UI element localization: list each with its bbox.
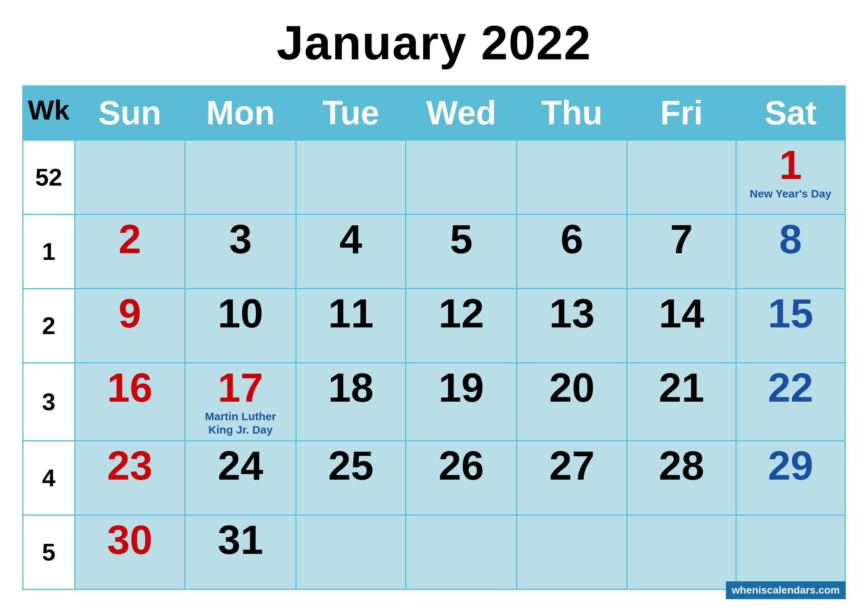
week-number: 4 [23, 441, 75, 515]
day-number: 1 [742, 144, 839, 185]
day-number: 30 [81, 519, 179, 560]
header-wed: Wed [406, 86, 516, 140]
day-cell [406, 515, 516, 589]
day-cell [296, 140, 406, 215]
day-number: 24 [191, 445, 290, 486]
day-cell: 9 [74, 289, 185, 363]
day-cell: 8 [736, 215, 845, 289]
header-mon: Mon [185, 86, 296, 140]
page-title: January 2022 [277, 15, 592, 71]
day-cell [185, 140, 296, 215]
day-number: 25 [302, 445, 400, 486]
day-number: 5 [412, 219, 511, 259]
day-cell: 14 [627, 289, 736, 363]
day-number: 16 [81, 367, 179, 408]
day-cell [517, 515, 627, 589]
day-number: 7 [633, 219, 730, 259]
header-fri: Fri [627, 86, 736, 140]
week-number: 1 [23, 215, 75, 289]
table-row: 423242526272829 [23, 441, 845, 515]
day-number: 18 [302, 367, 400, 408]
day-number: 10 [191, 293, 290, 334]
table-row: 53031 [23, 515, 845, 589]
header-tue: Tue [296, 86, 406, 140]
day-cell [74, 140, 185, 215]
day-cell: 31 [185, 515, 296, 589]
day-number: 13 [523, 293, 621, 334]
watermark[interactable]: wheniscalendars.com [726, 581, 846, 599]
day-cell: 11 [296, 289, 406, 363]
day-cell: 18 [296, 363, 406, 441]
day-number: 9 [81, 293, 179, 334]
day-cell: 3 [185, 215, 296, 289]
day-number: 14 [633, 293, 730, 334]
day-cell: 22 [736, 363, 845, 441]
day-cell: 7 [627, 215, 736, 289]
day-cell: 21 [627, 363, 736, 441]
day-number: 11 [302, 293, 400, 334]
day-number: 4 [302, 219, 400, 259]
week-number: 5 [23, 515, 75, 589]
day-cell: 6 [517, 215, 627, 289]
day-number: 3 [191, 219, 290, 259]
header-sun: Sun [74, 86, 185, 140]
table-row: 29101112131415 [23, 289, 845, 363]
day-cell [627, 140, 736, 215]
day-number: 22 [742, 367, 839, 408]
day-cell: 28 [627, 441, 736, 515]
day-number: 19 [412, 367, 511, 408]
day-number: 20 [523, 367, 621, 408]
day-number: 27 [523, 445, 621, 486]
day-number: 31 [191, 519, 290, 560]
day-cell [406, 140, 516, 215]
day-cell: 17Martin Luther King Jr. Day [185, 363, 296, 441]
day-number: 21 [633, 367, 730, 408]
table-row: 31617Martin Luther King Jr. Day181920212… [23, 363, 845, 441]
day-number: 15 [742, 293, 839, 334]
day-cell: 15 [736, 289, 845, 363]
day-number: 8 [742, 219, 839, 259]
day-number: 23 [81, 445, 179, 486]
day-cell: 20 [517, 363, 627, 441]
holiday-name: Martin Luther King Jr. Day [191, 410, 290, 437]
day-cell: 4 [296, 215, 406, 289]
day-cell: 23 [74, 441, 185, 515]
week-number: 2 [23, 289, 75, 363]
day-cell: 13 [517, 289, 627, 363]
day-number: 29 [742, 445, 839, 486]
day-cell: 1New Year's Day [736, 140, 845, 215]
day-cell: 19 [406, 363, 516, 441]
day-cell: 29 [736, 441, 845, 515]
day-number: 28 [633, 445, 730, 486]
day-cell: 16 [74, 363, 185, 441]
day-number: 12 [412, 293, 511, 334]
calendar-page: January 2022 Wk Sun Mon Tue Wed Thu Fri … [0, 0, 868, 614]
day-cell [296, 515, 406, 589]
day-cell: 5 [406, 215, 516, 289]
header-thu: Thu [517, 86, 627, 140]
week-number: 52 [23, 140, 75, 215]
day-cell: 26 [406, 441, 516, 515]
day-number: 17 [191, 367, 290, 408]
day-cell: 2 [74, 215, 185, 289]
day-cell [736, 515, 845, 589]
table-row: 521New Year's Day [23, 140, 845, 215]
week-number: 3 [23, 363, 75, 441]
day-cell: 10 [185, 289, 296, 363]
day-cell [517, 140, 627, 215]
day-number: 2 [81, 219, 179, 259]
table-row: 12345678 [23, 215, 845, 289]
day-cell: 25 [296, 441, 406, 515]
day-cell: 24 [185, 441, 296, 515]
header-sat: Sat [736, 86, 845, 140]
holiday-name: New Year's Day [742, 187, 839, 200]
day-number: 6 [523, 219, 621, 259]
calendar-table: Wk Sun Mon Tue Wed Thu Fri Sat 521New Ye… [22, 85, 846, 590]
day-cell: 12 [406, 289, 516, 363]
day-cell: 27 [517, 441, 627, 515]
header-wk: Wk [23, 86, 75, 140]
day-number: 26 [412, 445, 511, 486]
watermark-text: wheniscalendars.com [732, 584, 840, 596]
day-cell [627, 515, 736, 589]
day-cell: 30 [74, 515, 185, 589]
